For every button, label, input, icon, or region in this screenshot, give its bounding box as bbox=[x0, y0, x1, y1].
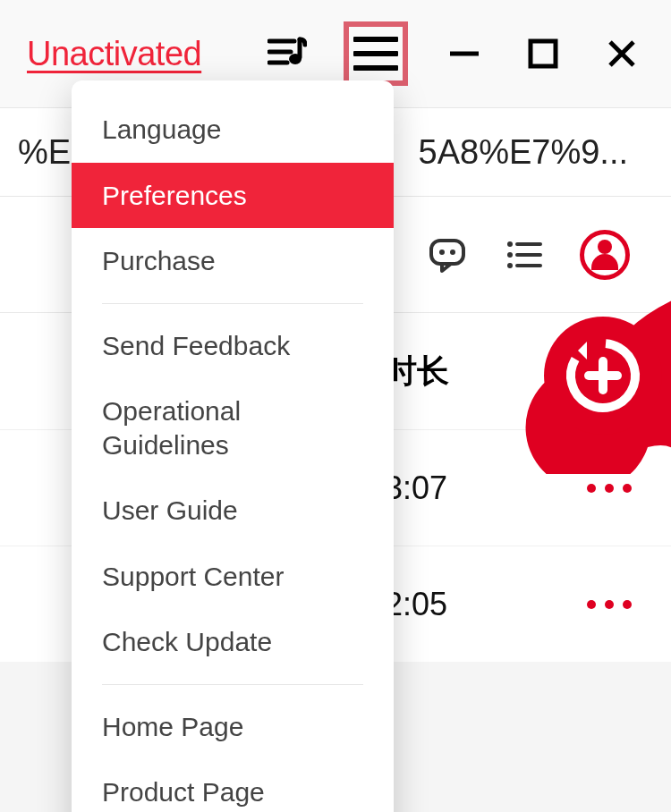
menu-item-check-update[interactable]: Check Update bbox=[72, 609, 394, 675]
list-icon[interactable] bbox=[503, 233, 546, 276]
menu-item-product-page[interactable]: Product Page bbox=[72, 759, 394, 812]
more-actions-button[interactable] bbox=[587, 600, 632, 609]
floating-add-button[interactable] bbox=[505, 295, 671, 474]
svg-rect-8 bbox=[431, 241, 463, 264]
playlist-icon[interactable] bbox=[265, 31, 310, 76]
svg-point-9 bbox=[439, 250, 445, 255]
svg-point-10 bbox=[450, 250, 455, 255]
title-actions bbox=[265, 21, 644, 86]
main-menu-dropdown: Language Preferences Purchase Send Feedb… bbox=[72, 80, 394, 812]
menu-item-home-page[interactable]: Home Page bbox=[72, 694, 394, 760]
menu-item-preferences[interactable]: Preferences bbox=[72, 163, 394, 229]
menu-item-user-guide[interactable]: User Guide bbox=[72, 478, 394, 544]
svg-point-3 bbox=[289, 54, 302, 64]
hamburger-icon bbox=[353, 37, 398, 71]
url-text-right: 5A8%E7%9... bbox=[410, 123, 653, 182]
menu-item-operational-guidelines[interactable]: Operational Guidelines bbox=[72, 378, 394, 478]
menu-item-support-center[interactable]: Support Center bbox=[72, 544, 394, 610]
svg-point-13 bbox=[507, 252, 513, 258]
menu-divider bbox=[102, 684, 363, 685]
svg-point-15 bbox=[507, 263, 513, 268]
menu-item-send-feedback[interactable]: Send Feedback bbox=[72, 313, 394, 379]
account-avatar[interactable] bbox=[580, 230, 630, 280]
comment-icon[interactable] bbox=[426, 233, 469, 276]
svg-point-11 bbox=[507, 241, 513, 247]
svg-rect-5 bbox=[531, 41, 556, 66]
menu-divider bbox=[102, 303, 363, 304]
activation-status-link[interactable]: Unactivated bbox=[27, 35, 201, 73]
menu-item-language[interactable]: Language bbox=[72, 97, 394, 163]
maximize-button[interactable] bbox=[521, 31, 565, 76]
hamburger-menu-button[interactable] bbox=[344, 21, 408, 86]
close-button[interactable] bbox=[599, 31, 644, 76]
minimize-button[interactable] bbox=[442, 31, 487, 76]
more-actions-button[interactable] bbox=[587, 484, 632, 493]
menu-item-purchase[interactable]: Purchase bbox=[72, 228, 394, 294]
